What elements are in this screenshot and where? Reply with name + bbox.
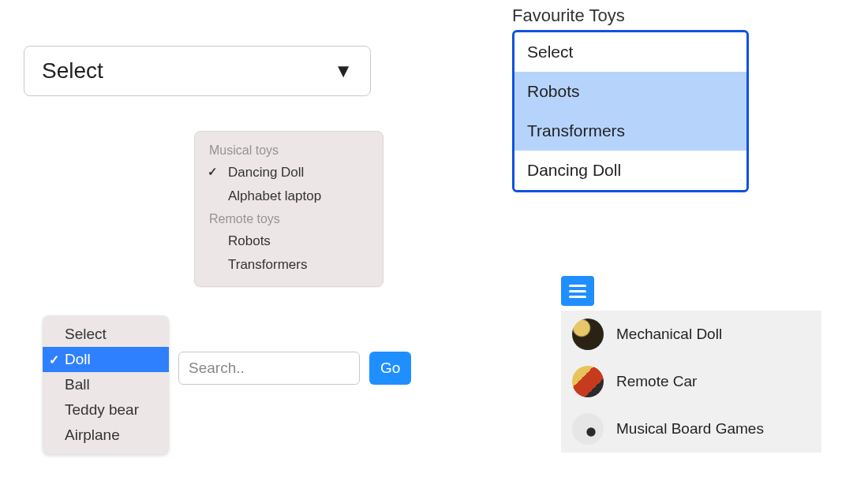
option-label: Alphabet laptop: [228, 188, 321, 203]
listbox-option-robots[interactable]: Robots: [514, 72, 746, 111]
group-heading: Remote toys: [195, 208, 383, 229]
item-label: Mechanical Doll: [616, 326, 722, 343]
option-label: Doll: [65, 351, 91, 367]
search-input[interactable]: [178, 352, 360, 385]
dropdown-option-select[interactable]: Select: [43, 322, 169, 347]
hamburger-icon: [569, 285, 586, 287]
option-label: Teddy bear: [65, 401, 139, 418]
grouped-dropdown: Musical toys ✓ Dancing Doll Alphabet lap…: [194, 131, 383, 287]
simple-dropdown: Select ✓ Doll Ball Teddy bear Airplane: [43, 315, 169, 454]
item-thumbnail: [572, 413, 604, 445]
dropdown-option-transformers[interactable]: Transformers: [195, 253, 383, 277]
icon-list: Mechanical Doll Remote Car Musical Board…: [561, 311, 821, 453]
option-label: Ball: [65, 376, 90, 393]
dropdown-option-ball[interactable]: Ball: [43, 372, 169, 397]
chevron-down-icon: ▼: [334, 60, 353, 82]
dropdown-option-teddy-bear[interactable]: Teddy bear: [43, 397, 169, 423]
dropdown-option-dancing-doll[interactable]: ✓ Dancing Doll: [195, 161, 383, 184]
item-thumbnail: [572, 319, 604, 350]
hamburger-menu-button[interactable]: [561, 276, 594, 306]
dropdown-option-doll[interactable]: ✓ Doll: [43, 347, 169, 372]
dropdown-option-alphabet-laptop[interactable]: Alphabet laptop: [195, 184, 383, 208]
favourite-toys-listbox[interactable]: Select Robots Transformers Dancing Doll: [512, 30, 749, 192]
group-heading: Musical toys: [195, 140, 383, 161]
dropdown-option-robots[interactable]: Robots: [195, 229, 383, 253]
option-label: Select: [65, 326, 107, 342]
main-select-value: Select: [42, 58, 103, 84]
hamburger-icon: [569, 296, 586, 298]
dropdown-option-airplane[interactable]: Airplane: [43, 423, 169, 448]
check-icon: ✓: [49, 352, 59, 367]
option-label: Transformers: [228, 257, 307, 272]
favourite-toys-heading: Favourite Toys: [512, 6, 625, 26]
listbox-option-select[interactable]: Select: [514, 32, 746, 72]
item-label: Remote Car: [616, 373, 697, 390]
option-label: Airplane: [65, 427, 120, 443]
check-icon: ✓: [208, 165, 218, 179]
go-button[interactable]: Go: [369, 352, 411, 385]
list-item[interactable]: Musical Board Games: [561, 405, 821, 453]
option-label: Dancing Doll: [228, 165, 304, 180]
listbox-option-transformers[interactable]: Transformers: [514, 111, 746, 151]
option-label: Robots: [228, 233, 271, 248]
item-thumbnail: [572, 366, 604, 397]
list-item[interactable]: Mechanical Doll: [561, 311, 821, 358]
listbox-option-dancing-doll[interactable]: Dancing Doll: [514, 151, 746, 190]
search-bar: Go: [178, 352, 411, 385]
item-label: Musical Board Games: [616, 420, 764, 438]
main-select[interactable]: Select ▼: [24, 46, 371, 96]
hamburger-icon: [569, 290, 586, 292]
list-item[interactable]: Remote Car: [561, 358, 821, 405]
